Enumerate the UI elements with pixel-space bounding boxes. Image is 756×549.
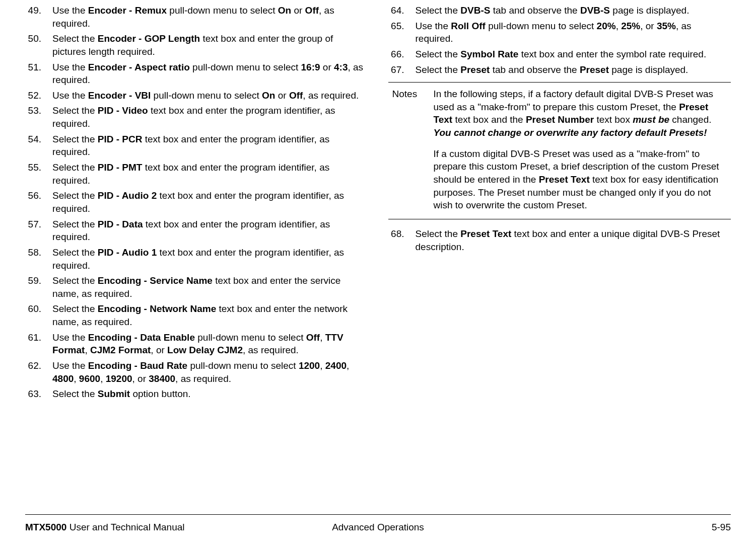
procedure-step: 68.Select the Preset Text text box and e… — [388, 227, 731, 253]
bold-text: Encoding - Network Name — [98, 303, 216, 314]
bold-text: Off — [305, 5, 319, 16]
footer-page-number: 5-95 — [496, 521, 731, 534]
page-footer: MTX5000 User and Technical Manual Advanc… — [25, 514, 731, 534]
step-text: Select the PID - PMT text box and enter … — [52, 161, 368, 187]
bold-text: 4800 — [52, 373, 74, 384]
step-text: Select the Encoding - Network Name text … — [52, 302, 368, 328]
step-number: 68. — [388, 227, 416, 253]
step-text: Select the Symbol Rate text box and ente… — [416, 48, 731, 61]
bold-text: Preset Number — [526, 114, 594, 125]
bold-text: 35% — [657, 21, 676, 31]
notes-paragraph: In the following steps, if a factory def… — [434, 88, 729, 139]
bold-text: 2400 — [325, 360, 347, 371]
step-number: 50. — [25, 32, 52, 58]
left-column: 49.Use the Encoder - Remux pull-down men… — [25, 4, 368, 403]
content-columns: 49.Use the Encoder - Remux pull-down men… — [25, 0, 731, 403]
bold-text: Encoding - Baud Rate — [88, 360, 187, 371]
footer-product: MTX5000 — [25, 522, 66, 532]
notes-label: Notes — [388, 88, 434, 212]
bold-text: Encoding - Data Enable — [88, 332, 195, 343]
procedure-step: 61.Use the Encoding - Data Enable pull-d… — [25, 331, 368, 357]
procedure-step: 56.Select the PID - Audio 2 text box and… — [25, 189, 368, 215]
bold-text: PID - PMT — [98, 162, 143, 173]
procedure-step: 64.Select the DVB-S tab and observe the … — [388, 4, 731, 17]
procedure-step: 59.Select the Encoding - Service Name te… — [25, 274, 368, 300]
step-text: Use the Encoder - Remux pull-down menu t… — [52, 4, 368, 30]
step-number: 52. — [25, 89, 52, 102]
bold-text: 9600 — [79, 373, 100, 384]
bold-text: Encoder - VBI — [88, 90, 151, 101]
bold-text: 4:3 — [334, 62, 348, 72]
step-text: Use the Roll Off pull-down menu to selec… — [416, 20, 731, 45]
step-number: 62. — [25, 359, 52, 385]
footer-center: Advanced Operations — [260, 521, 496, 534]
bold-text: Preset — [460, 64, 490, 75]
step-number: 51. — [25, 61, 52, 87]
bold-text: DVB-S — [460, 5, 490, 16]
step-number: 67. — [388, 63, 416, 76]
procedure-step: 50.Select the Encoder - GOP Length text … — [25, 32, 368, 58]
step-text: Select the Encoding - Service Name text … — [52, 274, 368, 300]
procedure-step: 53.Select the PID - Video text box and e… — [25, 104, 368, 130]
bold-text: 25% — [621, 21, 640, 31]
step-number: 56. — [25, 189, 52, 215]
bold-text: Encoding - Service Name — [98, 275, 213, 286]
bold-text: PID - Audio 2 — [98, 190, 157, 201]
bold-text: CJM2 Format — [90, 345, 151, 355]
step-number: 55. — [25, 161, 52, 187]
step-text: Use the Encoder - VBI pull-down menu to … — [52, 89, 368, 102]
bold-text: Encoder - Aspect ratio — [88, 62, 190, 72]
step-number: 60. — [25, 302, 52, 328]
bold-text: 16:9 — [301, 62, 320, 72]
step-number: 61. — [25, 331, 52, 357]
bold-text: PID - Video — [98, 105, 148, 116]
step-number: 54. — [25, 133, 52, 159]
bold-text: DVB-S — [580, 5, 610, 16]
step-text: Select the PID - Audio 1 text box and en… — [52, 246, 368, 272]
step-number: 63. — [25, 387, 52, 401]
bold-text: On — [262, 90, 275, 101]
bold-text: Encoder - GOP Length — [98, 33, 200, 44]
step-text: Select the Preset Text text box and ente… — [416, 227, 731, 253]
bold-text: Symbol Rate — [460, 49, 518, 59]
bold-text: Roll Off — [451, 21, 486, 31]
procedure-step: 49.Use the Encoder - Remux pull-down men… — [25, 4, 368, 30]
bold-text: Off — [306, 332, 320, 343]
bold-text: Preset — [580, 64, 609, 75]
bold-italic-text: You cannot change or overwrite any facto… — [434, 127, 707, 138]
step-number: 64. — [388, 4, 416, 17]
footer-left: MTX5000 User and Technical Manual — [25, 521, 260, 534]
procedure-step: 65.Use the Roll Off pull-down menu to se… — [388, 20, 731, 45]
step-text: Select the Encoder - GOP Length text box… — [52, 32, 368, 58]
bold-text: 1200 — [299, 360, 320, 371]
step-number: 59. — [25, 274, 52, 300]
bold-text: 38400 — [149, 373, 175, 384]
step-number: 58. — [25, 246, 52, 272]
step-text: Select the Submit option button. — [52, 387, 368, 401]
step-number: 53. — [25, 104, 52, 130]
step-text: Select the PID - PCR text box and enter … — [52, 133, 368, 159]
bold-text: PID - Data — [98, 219, 143, 229]
right-column: 64.Select the DVB-S tab and observe the … — [388, 4, 731, 403]
procedure-step: 60.Select the Encoding - Network Name te… — [25, 302, 368, 328]
bold-text: Preset Text — [460, 228, 511, 239]
step-number: 65. — [388, 20, 416, 45]
bold-text: On — [278, 5, 291, 16]
procedure-step: 57.Select the PID - Data text box and en… — [25, 218, 368, 244]
bold-text: Off — [289, 90, 303, 101]
procedure-step: 66.Select the Symbol Rate text box and e… — [388, 48, 731, 61]
procedure-step: 67.Select the Preset tab and observe the… — [388, 63, 731, 76]
procedure-step: 63.Select the Submit option button. — [25, 387, 368, 401]
bold-text: 19200 — [106, 373, 132, 384]
procedure-step: 54.Select the PID - PCR text box and ent… — [25, 133, 368, 159]
footer-left-rest: User and Technical Manual — [66, 522, 184, 532]
step-number: 49. — [25, 4, 52, 30]
step-text: Use the Encoder - Aspect ratio pull-down… — [52, 61, 368, 87]
step-text: Select the PID - Video text box and ente… — [52, 104, 368, 130]
notes-paragraph: If a custom digital DVB-S Preset was use… — [434, 147, 729, 212]
step-text: Select the PID - Data text box and enter… — [52, 218, 368, 244]
bold-text: Submit — [98, 388, 130, 399]
bold-text: 20% — [597, 21, 616, 31]
notes-text: In the following steps, if a factory def… — [434, 88, 731, 212]
procedure-step: 51.Use the Encoder - Aspect ratio pull-d… — [25, 61, 368, 87]
